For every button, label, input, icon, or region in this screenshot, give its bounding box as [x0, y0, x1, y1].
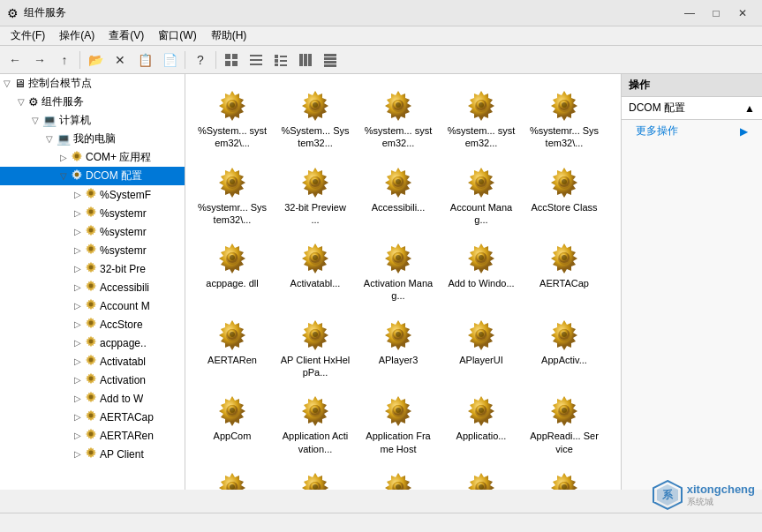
tree-item[interactable]: ▷ AERTACap	[0, 408, 185, 426]
icon-item[interactable]: AppActiv...	[524, 311, 604, 384]
icon-item[interactable]: AERTARen	[192, 311, 272, 384]
minimize-button[interactable]: —	[677, 4, 702, 23]
svg-point-37	[89, 303, 94, 307]
tree-item[interactable]: ▷ Accessibili	[0, 278, 185, 296]
icon-item[interactable]: Activatabl...	[275, 234, 355, 307]
icon-item[interactable]: AppCom	[192, 386, 272, 460]
svg-point-143	[562, 484, 567, 490]
tree-item[interactable]: ▷ %SystemF	[0, 185, 185, 204]
icon-item[interactable]: AERTACap	[524, 234, 604, 307]
tree-item[interactable]: ▽🖥控制台根节点	[0, 74, 185, 93]
icon-item[interactable]: Authentic... UI CredUI...	[441, 463, 521, 490]
tree-item[interactable]: ▷ 32-bit Pre	[0, 259, 185, 278]
view-list-button[interactable]	[245, 49, 268, 71]
icon-image	[214, 468, 251, 490]
tree-item[interactable]: ▷ Activation	[0, 371, 185, 389]
menu-action[interactable]: 操作(A)	[52, 26, 102, 45]
tree-item[interactable]: ▽💻我的电脑	[0, 130, 185, 148]
back-button[interactable]: ←	[4, 49, 26, 71]
tree-scroll[interactable]: ▽🖥控制台根节点▽⚙组件服务▽💻计算机▽💻我的电脑▷ COM+ 应用程▽ DCO…	[0, 74, 185, 490]
properties-button[interactable]: 📋	[133, 49, 156, 71]
view-columns-button[interactable]	[294, 49, 317, 71]
icon-item[interactable]: %system... system32...	[358, 81, 438, 154]
svg-rect-0	[225, 54, 230, 59]
delete-button[interactable]: ✕	[109, 49, 132, 71]
menu-help[interactable]: 帮助(H)	[204, 26, 254, 45]
tree-item[interactable]: ▷ Account M	[0, 296, 185, 315]
icon-image	[297, 468, 334, 490]
tree-item[interactable]: ▷ %systemr	[0, 204, 185, 222]
icon-item[interactable]: %System... System32...	[275, 81, 355, 154]
tree-panel: ▽🖥控制台根节点▽⚙组件服务▽💻计算机▽💻我的电脑▷ COM+ 应用程▽ DCO…	[0, 74, 185, 490]
tree-item[interactable]: ▽⚙组件服务	[0, 93, 185, 111]
dcom-expand-icon[interactable]: ▲	[744, 102, 755, 115]
copy-button[interactable]: 📄	[158, 49, 181, 71]
icon-image	[380, 86, 417, 123]
icon-item[interactable]: Application Frame Host	[358, 386, 438, 460]
menu-view[interactable]: 查看(V)	[102, 26, 151, 45]
tree-item[interactable]: ▷ Add to W	[0, 389, 185, 408]
forward-button[interactable]: →	[28, 49, 51, 71]
tree-item[interactable]: ▷ Activatabl	[0, 352, 185, 371]
more-actions-item[interactable]: 更多操作 ▶	[622, 120, 762, 142]
tree-item[interactable]: ▷ acppage..	[0, 333, 185, 352]
icon-item[interactable]: %system... system32...	[441, 81, 521, 154]
svg-rect-3	[232, 61, 238, 66]
icon-item[interactable]: Accessibili...	[358, 158, 438, 231]
up-button[interactable]: ↑	[53, 49, 76, 71]
icon-item[interactable]: Applicatio...	[441, 386, 521, 460]
maximize-button[interactable]: □	[704, 4, 728, 23]
icon-item[interactable]: AccStore Class	[524, 158, 604, 231]
view-large-button[interactable]	[220, 49, 243, 71]
icon-item[interactable]: %systemr... System32\...	[524, 81, 604, 154]
tree-item[interactable]: ▷ AP Client	[0, 445, 185, 463]
icon-item[interactable]: 32-bit Preview ...	[275, 158, 355, 231]
view-strip-button[interactable]	[319, 49, 342, 71]
icons-scroll[interactable]: %System... system32\... %System... Syste…	[185, 74, 621, 490]
icons-grid: %System... system32\... %System... Syste…	[192, 81, 614, 490]
icon-label: Add to Windo...	[448, 277, 514, 289]
icon-item[interactable]: APlayerUI	[441, 311, 521, 384]
icon-item[interactable]: Activation Manag...	[358, 234, 438, 307]
icons-panel: %System... system32\... %System... Syste…	[185, 74, 621, 490]
icon-item[interactable]: Add to Windo...	[441, 234, 521, 307]
icon-item[interactable]: appwiz. cpl	[275, 463, 355, 490]
svg-point-137	[396, 484, 401, 490]
icon-item[interactable]: Application Activation...	[275, 386, 355, 460]
svg-point-119	[313, 408, 318, 413]
menu-window[interactable]: 窗口(W)	[151, 26, 203, 45]
close-button[interactable]: ✕	[730, 4, 755, 23]
icon-item[interactable]: acppage. dll	[192, 234, 272, 307]
icon-item[interactable]: Authentica... UI CredUI...	[524, 463, 604, 490]
icon-image	[297, 86, 334, 123]
icon-label: Application Activation...	[280, 430, 351, 455]
icon-label: %systemr... System32\...	[197, 201, 268, 227]
icon-image	[546, 238, 583, 275]
tree-item[interactable]: ▷ AERTARen	[0, 426, 185, 445]
icon-item[interactable]: APSDaemon	[358, 463, 438, 490]
icon-label: %System... System32...	[280, 124, 351, 150]
icon-item[interactable]: AP Client HxHelpPa...	[275, 311, 355, 384]
view-details-button[interactable]	[269, 49, 292, 71]
tree-item[interactable]: ▷ %systemr	[0, 241, 185, 259]
icon-item[interactable]: %systemr... System32\...	[192, 158, 272, 231]
dcom-header: DCOM 配置 ▲	[622, 97, 762, 120]
icon-item[interactable]: AppVClient	[192, 463, 272, 490]
icon-image	[297, 238, 334, 275]
menu-file[interactable]: 文件(F)	[4, 26, 52, 45]
help-button[interactable]: ?	[189, 49, 212, 71]
svg-point-21	[75, 154, 79, 159]
separator-2	[185, 51, 185, 69]
tree-item[interactable]: ▽💻计算机	[0, 111, 185, 130]
svg-point-89	[313, 255, 318, 260]
icon-item[interactable]: Account Manag...	[441, 158, 521, 231]
tree-item[interactable]: ▷ %systemr	[0, 222, 185, 241]
icon-item[interactable]: APlayer3	[358, 311, 438, 384]
folder-button[interactable]: 📂	[84, 49, 107, 71]
tree-item[interactable]: ▽ DCOM 配置	[0, 167, 185, 185]
icon-label: AERTACap	[539, 277, 589, 289]
icon-item[interactable]: %System... system32\...	[192, 81, 272, 154]
tree-item[interactable]: ▷ COM+ 应用程	[0, 148, 185, 167]
tree-item[interactable]: ▷ AccStore	[0, 315, 185, 333]
icon-item[interactable]: AppReadi... Service	[524, 386, 604, 460]
